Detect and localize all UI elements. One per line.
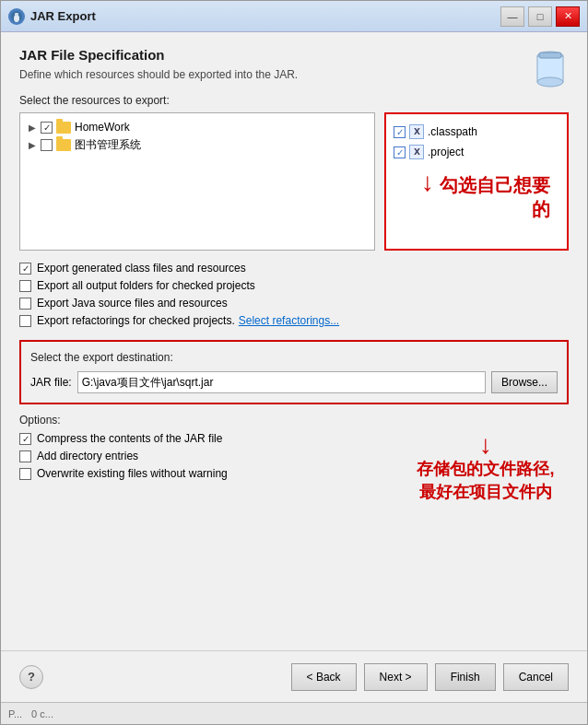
cancel-button[interactable]: Cancel [503,663,569,691]
option-label-directory: Add directory entries [37,450,138,462]
back-button[interactable]: < Back [291,663,357,691]
annotation-arrow-down: ↓ [421,168,434,197]
checkbox-homework[interactable] [41,122,53,134]
option-row-1[interactable]: Export all output folders for checked pr… [19,279,569,292]
status-bar: P... 0 c... [1,702,587,724]
tree-panel[interactable]: ▶ HomeWork ▶ 图书管理系统 [19,112,375,251]
bottom-right: < Back Next > Finish Cancel [291,663,569,691]
jar-file-input[interactable] [77,371,486,393]
close-button[interactable]: ✕ [556,6,580,27]
destination-section: Select the export destination: JAR file:… [19,340,569,404]
option-label-3: Export refactorings for checked projects… [37,314,235,327]
bottom-bar: ? < Back Next > Finish Cancel [1,650,587,702]
checkbox-project[interactable] [394,146,406,158]
export-options: Export generated class files and resourc… [19,262,569,327]
minimize-button[interactable]: — [500,6,524,27]
browse-button[interactable]: Browse... [491,371,558,393]
option-row-overwrite[interactable]: Overwrite existing files without warning [19,467,394,480]
option-row-2[interactable]: Export Java source files and resources [19,297,569,310]
option-row-directory[interactable]: Add directory entries [19,450,394,462]
jar-icon [532,45,569,91]
options-label: Options: [19,414,569,427]
option-label-2: Export Java source files and resources [37,297,228,310]
finish-button[interactable]: Finish [435,663,496,691]
jar-row: JAR file: Browse... [30,371,558,393]
option-row-compress[interactable]: Compress the contents of the JAR file [19,432,394,445]
tree-label-homework: HomeWork [75,121,130,134]
status-right: 0 c... [31,708,53,719]
option-row-3[interactable]: Export refactorings for checked projects… [19,314,569,327]
right-item-project[interactable]: 𝗫 .project [394,142,559,162]
checkbox-option-1[interactable] [19,280,31,292]
tree-label-library: 图书管理系统 [75,137,141,153]
classpath-label: .classpath [428,125,477,138]
option-label-1: Export all output folders for checked pr… [37,279,255,292]
window-controls: — □ ✕ [500,6,580,27]
annotation-arrow-right: ↓ [479,432,492,458]
maximize-button[interactable]: □ [528,6,552,27]
project-icon: 𝗫 [409,145,424,159]
right-item-classpath[interactable]: 𝗫 .classpath [394,122,559,142]
options-list: Compress the contents of the JAR file Ad… [19,432,394,485]
select-refactorings-link[interactable]: Select refactorings... [239,314,339,327]
checkbox-option-3[interactable] [19,315,31,327]
annotation-text-options: 存储包的文件路径, 最好在项目文件内 [403,458,569,504]
bottom-left: ? [19,665,43,689]
folder-icon-homework [56,122,71,134]
svg-point-5 [537,77,563,87]
annotation-area: Compress the contents of the JAR file Ad… [19,432,569,504]
checkbox-option-2[interactable] [19,298,31,310]
options-section: Options: Compress the contents of the JA… [19,414,569,504]
status-left: P... [8,708,22,719]
project-label: .project [428,146,464,158]
resources-label: Select the resources to export: [19,94,569,107]
option-label-overwrite: Overwrite existing files without warning [37,467,228,480]
help-button[interactable]: ? [19,665,43,689]
tree-arrow-library: ▶ [26,139,39,152]
tree-arrow-homework: ▶ [26,121,39,134]
checkbox-option-0[interactable] [19,263,31,275]
svg-rect-6 [539,53,561,58]
jar-file-label: JAR file: [30,376,72,389]
svg-rect-2 [15,13,18,16]
tree-item-homework[interactable]: ▶ HomeWork [26,119,369,135]
svg-point-1 [14,15,19,22]
annotation-text-resources: 勾选自己想要的 [438,166,559,221]
checkbox-directory[interactable] [19,450,31,462]
right-files-panel: 𝗫 .classpath 𝗫 .project ↓ 勾选自己想要的 [384,112,569,251]
page-subtitle: Define which resources should be exporte… [19,68,569,81]
window-icon [8,8,25,25]
checkbox-compress[interactable] [19,433,31,445]
page-title: JAR File Specification [19,47,569,63]
dest-label: Select the export destination: [30,351,558,364]
checkbox-library[interactable] [41,139,53,151]
resources-panel: ▶ HomeWork ▶ 图书管理系统 𝗫 .classpath [19,112,569,251]
classpath-icon: 𝗫 [409,124,424,139]
option-label-0: Export generated class files and resourc… [37,262,246,275]
window-title: JAR Export [30,9,500,23]
main-content: JAR File Specification Define which reso… [1,32,587,650]
jar-export-window: JAR Export — □ ✕ JAR File Specification … [0,0,588,725]
tree-item-library[interactable]: ▶ 图书管理系统 [26,135,369,155]
option-label-compress: Compress the contents of the JAR file [37,432,222,445]
next-button[interactable]: Next > [364,663,428,691]
checkbox-overwrite[interactable] [19,468,31,480]
title-bar: JAR Export — □ ✕ [1,1,587,32]
checkbox-classpath[interactable] [394,126,406,138]
option-row-0[interactable]: Export generated class files and resourc… [19,262,569,275]
folder-icon-library [56,139,71,151]
